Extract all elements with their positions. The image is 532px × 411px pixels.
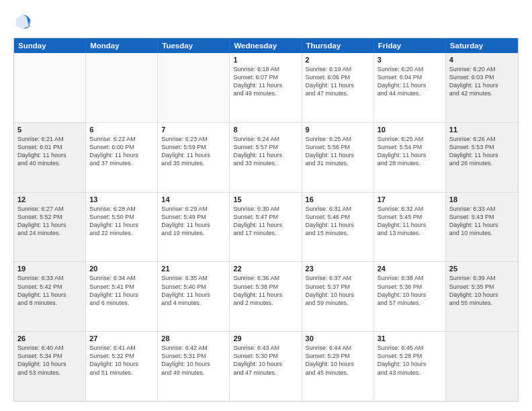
- calendar-cell: 11Sunrise: 6:26 AM Sunset: 5:53 PM Dayli…: [446, 123, 518, 192]
- calendar-cell: 10Sunrise: 6:25 AM Sunset: 5:54 PM Dayli…: [374, 123, 446, 192]
- day-number: 1: [233, 56, 298, 64]
- day-number: 3: [378, 56, 442, 64]
- weekday-header: Friday: [374, 38, 446, 53]
- day-info: Sunrise: 6:18 AM Sunset: 6:07 PM Dayligh…: [233, 65, 298, 98]
- calendar-row: 12Sunrise: 6:27 AM Sunset: 5:52 PM Dayli…: [14, 193, 518, 263]
- day-info: Sunrise: 6:45 AM Sunset: 5:28 PM Dayligh…: [378, 344, 442, 377]
- calendar-header: SundayMondayTuesdayWednesdayThursdayFrid…: [14, 38, 518, 53]
- day-number: 6: [89, 126, 154, 134]
- calendar-cell: [86, 53, 158, 122]
- day-number: 8: [233, 126, 298, 134]
- day-number: 23: [306, 265, 370, 273]
- logo-icon: [13, 12, 32, 31]
- calendar-cell: 13Sunrise: 6:28 AM Sunset: 5:50 PM Dayli…: [86, 193, 158, 262]
- calendar-cell: 2Sunrise: 6:19 AM Sunset: 6:06 PM Daylig…: [302, 53, 374, 122]
- day-info: Sunrise: 6:22 AM Sunset: 6:00 PM Dayligh…: [89, 135, 154, 168]
- day-info: Sunrise: 6:25 AM Sunset: 5:56 PM Dayligh…: [306, 135, 370, 168]
- day-number: 17: [378, 195, 442, 203]
- calendar-row: 19Sunrise: 6:33 AM Sunset: 5:42 PM Dayli…: [14, 262, 518, 332]
- day-info: Sunrise: 6:38 AM Sunset: 5:36 PM Dayligh…: [378, 274, 442, 307]
- calendar-cell: 3Sunrise: 6:20 AM Sunset: 6:04 PM Daylig…: [374, 53, 446, 122]
- day-info: Sunrise: 6:33 AM Sunset: 5:43 PM Dayligh…: [449, 205, 515, 238]
- calendar-row: 1Sunrise: 6:18 AM Sunset: 6:07 PM Daylig…: [14, 53, 518, 123]
- day-info: Sunrise: 6:21 AM Sunset: 6:01 PM Dayligh…: [17, 135, 82, 168]
- weekday-header: Sunday: [14, 38, 86, 53]
- day-number: 30: [306, 334, 370, 342]
- day-info: Sunrise: 6:39 AM Sunset: 5:35 PM Dayligh…: [449, 274, 515, 307]
- calendar-cell: [158, 53, 230, 122]
- day-number: 16: [306, 195, 370, 203]
- day-info: Sunrise: 6:25 AM Sunset: 5:54 PM Dayligh…: [378, 135, 442, 168]
- calendar-cell: 22Sunrise: 6:36 AM Sunset: 5:38 PM Dayli…: [230, 262, 302, 331]
- calendar-cell: 28Sunrise: 6:42 AM Sunset: 5:31 PM Dayli…: [158, 332, 230, 401]
- day-info: Sunrise: 6:32 AM Sunset: 5:45 PM Dayligh…: [378, 205, 442, 238]
- day-info: Sunrise: 6:24 AM Sunset: 5:57 PM Dayligh…: [233, 135, 298, 168]
- day-info: Sunrise: 6:19 AM Sunset: 6:06 PM Dayligh…: [306, 65, 370, 98]
- day-number: 28: [161, 334, 226, 342]
- day-info: Sunrise: 6:28 AM Sunset: 5:50 PM Dayligh…: [89, 205, 154, 238]
- day-number: 5: [17, 126, 82, 134]
- day-number: 22: [233, 265, 298, 273]
- day-info: Sunrise: 6:26 AM Sunset: 5:53 PM Dayligh…: [449, 135, 515, 168]
- day-number: 21: [161, 265, 226, 273]
- calendar-cell: 15Sunrise: 6:30 AM Sunset: 5:47 PM Dayli…: [230, 193, 302, 262]
- calendar-cell: 5Sunrise: 6:21 AM Sunset: 6:01 PM Daylig…: [14, 123, 86, 192]
- day-number: 31: [378, 334, 442, 342]
- day-info: Sunrise: 6:30 AM Sunset: 5:47 PM Dayligh…: [233, 205, 298, 238]
- calendar-cell: 9Sunrise: 6:25 AM Sunset: 5:56 PM Daylig…: [302, 123, 374, 192]
- calendar-cell: 4Sunrise: 6:20 AM Sunset: 6:03 PM Daylig…: [446, 53, 518, 122]
- weekday-header: Tuesday: [158, 38, 230, 53]
- calendar-cell: 31Sunrise: 6:45 AM Sunset: 5:28 PM Dayli…: [374, 332, 446, 401]
- weekday-header: Monday: [86, 38, 158, 53]
- day-number: 14: [161, 195, 226, 203]
- calendar-cell: 16Sunrise: 6:31 AM Sunset: 5:46 PM Dayli…: [302, 193, 374, 262]
- weekday-header: Wednesday: [230, 38, 302, 53]
- day-number: 25: [449, 265, 515, 273]
- calendar-cell: 21Sunrise: 6:35 AM Sunset: 5:40 PM Dayli…: [158, 262, 230, 331]
- day-number: 20: [89, 265, 154, 273]
- day-info: Sunrise: 6:20 AM Sunset: 6:04 PM Dayligh…: [378, 65, 442, 98]
- day-info: Sunrise: 6:33 AM Sunset: 5:42 PM Dayligh…: [17, 274, 82, 307]
- weekday-header: Thursday: [302, 38, 374, 53]
- day-info: Sunrise: 6:27 AM Sunset: 5:52 PM Dayligh…: [17, 205, 82, 238]
- day-number: 12: [17, 195, 82, 203]
- day-number: 10: [378, 126, 442, 134]
- day-number: 26: [17, 334, 82, 342]
- day-number: 15: [233, 195, 298, 203]
- day-info: Sunrise: 6:29 AM Sunset: 5:49 PM Dayligh…: [161, 205, 226, 238]
- calendar-cell: 26Sunrise: 6:40 AM Sunset: 5:34 PM Dayli…: [14, 332, 86, 401]
- day-number: 9: [306, 126, 370, 134]
- calendar-cell: 6Sunrise: 6:22 AM Sunset: 6:00 PM Daylig…: [86, 123, 158, 192]
- day-number: 24: [378, 265, 442, 273]
- day-info: Sunrise: 6:37 AM Sunset: 5:37 PM Dayligh…: [306, 274, 370, 307]
- calendar: SundayMondayTuesdayWednesdayThursdayFrid…: [13, 38, 519, 402]
- day-number: 11: [449, 126, 515, 134]
- day-number: 4: [449, 56, 515, 64]
- day-info: Sunrise: 6:41 AM Sunset: 5:32 PM Dayligh…: [89, 344, 154, 377]
- day-info: Sunrise: 6:35 AM Sunset: 5:40 PM Dayligh…: [161, 274, 226, 307]
- calendar-body: 1Sunrise: 6:18 AM Sunset: 6:07 PM Daylig…: [14, 53, 518, 401]
- day-info: Sunrise: 6:40 AM Sunset: 5:34 PM Dayligh…: [17, 344, 82, 377]
- calendar-cell: 30Sunrise: 6:44 AM Sunset: 5:29 PM Dayli…: [302, 332, 374, 401]
- day-number: 13: [89, 195, 154, 203]
- calendar-cell: 12Sunrise: 6:27 AM Sunset: 5:52 PM Dayli…: [14, 193, 86, 262]
- logo: [13, 12, 35, 31]
- calendar-row: 26Sunrise: 6:40 AM Sunset: 5:34 PM Dayli…: [14, 332, 518, 401]
- calendar-cell: [14, 53, 86, 122]
- calendar-cell: 19Sunrise: 6:33 AM Sunset: 5:42 PM Dayli…: [14, 262, 86, 331]
- day-info: Sunrise: 6:44 AM Sunset: 5:29 PM Dayligh…: [306, 344, 370, 377]
- calendar-cell: 25Sunrise: 6:39 AM Sunset: 5:35 PM Dayli…: [446, 262, 518, 331]
- calendar-cell: 27Sunrise: 6:41 AM Sunset: 5:32 PM Dayli…: [86, 332, 158, 401]
- day-number: 18: [449, 195, 515, 203]
- calendar-cell: 24Sunrise: 6:38 AM Sunset: 5:36 PM Dayli…: [374, 262, 446, 331]
- calendar-cell: 1Sunrise: 6:18 AM Sunset: 6:07 PM Daylig…: [230, 53, 302, 122]
- day-number: 2: [306, 56, 370, 64]
- day-info: Sunrise: 6:34 AM Sunset: 5:41 PM Dayligh…: [89, 274, 154, 307]
- day-number: 27: [89, 334, 154, 342]
- page-header: [13, 12, 519, 31]
- weekday-header: Saturday: [446, 38, 518, 53]
- day-info: Sunrise: 6:23 AM Sunset: 5:59 PM Dayligh…: [161, 135, 226, 168]
- calendar-cell: 14Sunrise: 6:29 AM Sunset: 5:49 PM Dayli…: [158, 193, 230, 262]
- day-info: Sunrise: 6:20 AM Sunset: 6:03 PM Dayligh…: [449, 65, 515, 98]
- calendar-cell: 29Sunrise: 6:43 AM Sunset: 5:30 PM Dayli…: [230, 332, 302, 401]
